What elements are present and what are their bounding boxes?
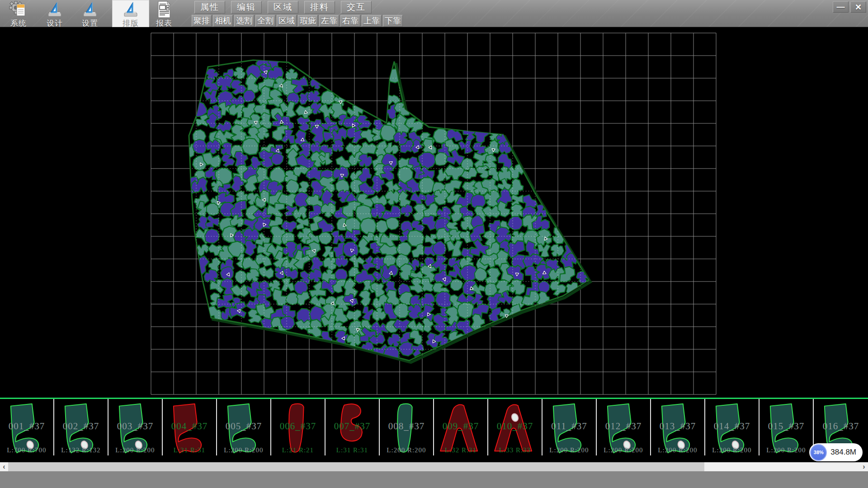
piece-name: 007_#37	[326, 421, 379, 432]
minimize-button[interactable]: —	[833, 1, 849, 13]
menu-button-5[interactable]: 交互	[341, 1, 372, 14]
horizontal-scrollbar[interactable]: ‹ ›	[0, 462, 868, 471]
tool-button-7[interactable]: 左靠	[319, 15, 339, 27]
window-bottom-strip	[0, 471, 868, 488]
piece-lr-count: L:33 R:33	[488, 446, 542, 454]
piece-name: 012_#37	[597, 421, 650, 432]
piece-lr-count: L:200 R:200	[597, 446, 650, 454]
piece-thumbnail-001_#37[interactable]: 001_#37L:700 R:700	[0, 399, 54, 455]
menu-bar: 属性编辑区域排料交互	[194, 1, 372, 14]
application-window: 系统设计设置排版报表 属性编辑区域排料交互 聚排相机选割全割区域瑕疵左靠右靠上靠…	[0, 0, 868, 488]
piece-name: 002_#37	[54, 421, 108, 432]
piece-thumbnail-015_#37[interactable]: 015_#37L:200 R:200	[760, 399, 814, 455]
ruler-icon	[46, 1, 64, 18]
app-button-2[interactable]: 设计	[40, 0, 70, 27]
piece-name: 004_#37	[163, 421, 216, 432]
piece-thumbnail-014_#37[interactable]: 014_#37L:200 R:200	[705, 399, 760, 455]
piece-lr-count: L:32 R:31	[434, 446, 487, 454]
close-button[interactable]: ✕	[850, 1, 866, 13]
piece-lr-count: L:132 R:132	[54, 446, 108, 454]
piece-thumbnail-012_#37[interactable]: 012_#37L:200 R:200	[597, 399, 651, 455]
piece-name: 010_#37	[488, 421, 542, 432]
piece-name: 011_#37	[542, 421, 596, 432]
tool-button-8[interactable]: 右靠	[340, 15, 360, 27]
gear-doc-icon	[9, 1, 28, 18]
menu-button-4[interactable]: 排料	[304, 1, 335, 14]
report-icon	[155, 1, 173, 18]
tool-button-2[interactable]: 相机	[213, 15, 233, 27]
piece-thumbnail-013_#37[interactable]: 013_#37L:200 R:200	[651, 399, 705, 455]
tool-bar: 聚排相机选割全割区域瑕疵左靠右靠上靠下靠	[192, 15, 403, 27]
menu-button-2[interactable]: 编辑	[231, 1, 262, 14]
window-controls: —✕	[833, 1, 866, 13]
piece-name: 001_#37	[0, 421, 53, 432]
piece-thumbnail-003_#37[interactable]: 003_#37L:200 R:200	[108, 399, 163, 455]
tool-button-3[interactable]: 选割	[234, 15, 254, 27]
piece-name: 006_#37	[271, 421, 325, 432]
piece-thumbnail-005_#37[interactable]: 005_#37L:200 R:200	[217, 399, 271, 455]
piece-lr-count: L:31 R:31	[163, 446, 216, 454]
nesting-canvas[interactable]	[0, 27, 868, 398]
menu-button-1[interactable]: 属性	[194, 1, 225, 14]
memory-percent-indicator: 38%	[810, 444, 827, 461]
tool-button-4[interactable]: 全割	[255, 15, 275, 27]
piece-lr-count: L:200 R:200	[108, 446, 162, 454]
app-button-1[interactable]: 系统	[4, 0, 33, 27]
piece-lr-count: L:200 R:200	[760, 446, 813, 454]
app-button-3[interactable]: 设置	[75, 0, 105, 27]
nesting-canvas-area[interactable]	[0, 27, 868, 398]
piece-lr-count: L:200 R:200	[705, 446, 759, 454]
memory-value: 384.8M	[830, 448, 856, 457]
piece-name: 005_#37	[217, 421, 270, 432]
piece-name: 003_#37	[108, 421, 162, 432]
piece-thumbnail-009_#37[interactable]: 009_#37L:32 R:31	[434, 399, 488, 455]
piece-name: 008_#37	[380, 421, 433, 432]
tool-button-5[interactable]: 区域	[277, 15, 297, 27]
piece-name: 009_#37	[434, 421, 487, 432]
scroll-left-arrow-icon[interactable]: ‹	[0, 462, 8, 471]
piece-name: 013_#37	[651, 421, 704, 432]
piece-thumbnail-008_#37[interactable]: 008_#37L:200 R:200	[380, 399, 434, 455]
piece-lr-count: L:31 R:31	[326, 446, 379, 454]
menu-button-3[interactable]: 区域	[268, 1, 298, 14]
tool-button-9[interactable]: 上靠	[362, 15, 382, 27]
piece-name: 014_#37	[705, 421, 759, 432]
piece-thumbnail-006_#37[interactable]: 006_#37L:21 R:21	[271, 399, 326, 455]
app-button-4[interactable]: 排版	[112, 0, 149, 27]
piece-thumbnail-004_#37[interactable]: 004_#37L:31 R:31	[163, 399, 217, 455]
piece-lr-count: L:700 R:700	[0, 446, 53, 454]
tool-button-10[interactable]: 下靠	[383, 15, 403, 27]
piece-lr-count: L:200 R:200	[651, 446, 704, 454]
piece-thumbnail-strip: 001_#37L:700 R:700002_#37L:132 R:132003_…	[0, 398, 868, 455]
piece-name: 016_#37	[814, 421, 868, 432]
piece-lr-count: L:21 R:21	[271, 446, 325, 454]
piece-lr-count: L:200 R:200	[542, 446, 596, 454]
tool-button-6[interactable]: 瑕疵	[298, 15, 318, 27]
piece-thumbnail-010_#37[interactable]: 010_#37L:33 R:33	[488, 399, 542, 455]
tool-button-1[interactable]: 聚排	[192, 15, 212, 27]
title-bar: 系统设计设置排版报表 属性编辑区域排料交互 聚排相机选割全割区域瑕疵左靠右靠上靠…	[0, 0, 868, 27]
ruler-icon	[81, 1, 99, 18]
scrollbar-thumb[interactable]	[8, 462, 704, 471]
piece-thumbnail-007_#37[interactable]: 007_#37L:31 R:31	[326, 399, 380, 455]
piece-name: 015_#37	[760, 421, 813, 432]
piece-thumbnail-011_#37[interactable]: 011_#37L:200 R:200	[542, 399, 597, 455]
memory-badge: 38% 384.8M	[809, 443, 863, 461]
piece-lr-count: L:200 R:200	[217, 446, 270, 454]
ruler-icon	[122, 1, 140, 18]
piece-lr-count: L:200 R:200	[380, 446, 433, 454]
app-button-5[interactable]: 报表	[149, 0, 179, 27]
scroll-right-arrow-icon[interactable]: ›	[860, 462, 868, 471]
piece-thumbnail-002_#37[interactable]: 002_#37L:132 R:132	[54, 399, 108, 455]
